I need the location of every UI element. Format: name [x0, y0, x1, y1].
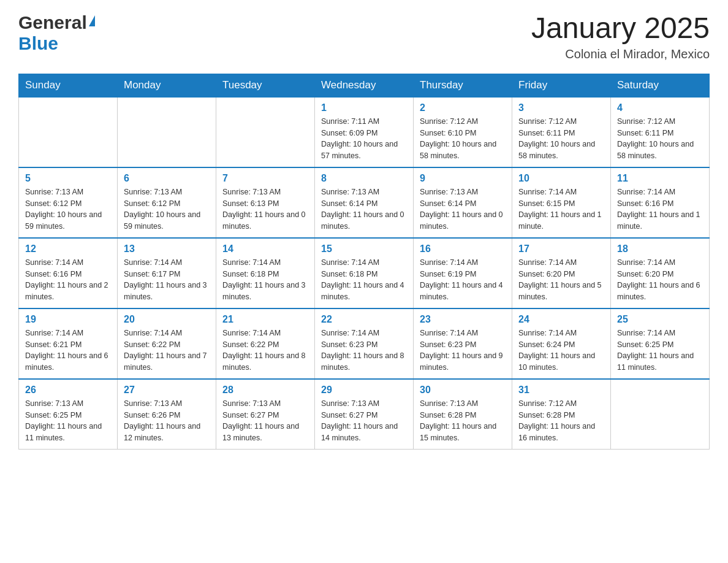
day-info: Sunrise: 7:14 AM Sunset: 6:18 PM Dayligh… [321, 257, 407, 303]
day-info: Sunrise: 7:14 AM Sunset: 6:20 PM Dayligh… [518, 257, 604, 303]
day-info: Sunrise: 7:14 AM Sunset: 6:17 PM Dayligh… [124, 257, 210, 303]
calendar-cell: 13Sunrise: 7:14 AM Sunset: 6:17 PM Dayli… [118, 238, 216, 308]
day-info: Sunrise: 7:14 AM Sunset: 6:22 PM Dayligh… [222, 327, 308, 373]
day-info: Sunrise: 7:14 AM Sunset: 6:20 PM Dayligh… [617, 257, 703, 303]
calendar-cell: 24Sunrise: 7:14 AM Sunset: 6:24 PM Dayli… [512, 308, 611, 379]
calendar-header-thursday: Thursday [414, 74, 512, 97]
calendar-cell: 2Sunrise: 7:12 AM Sunset: 6:10 PM Daylig… [414, 97, 512, 167]
day-number: 12 [25, 243, 111, 255]
calendar-cell: 31Sunrise: 7:12 AM Sunset: 6:28 PM Dayli… [512, 379, 611, 450]
day-number: 24 [518, 314, 604, 325]
calendar-cell: 12Sunrise: 7:14 AM Sunset: 6:16 PM Dayli… [19, 238, 118, 308]
calendar-cell: 7Sunrise: 7:13 AM Sunset: 6:13 PM Daylig… [216, 167, 315, 238]
day-info: Sunrise: 7:13 AM Sunset: 6:12 PM Dayligh… [124, 186, 210, 232]
calendar-cell: 23Sunrise: 7:14 AM Sunset: 6:23 PM Dayli… [414, 308, 512, 379]
calendar-cell: 11Sunrise: 7:14 AM Sunset: 6:16 PM Dayli… [611, 167, 710, 238]
day-number: 23 [420, 314, 506, 325]
day-number: 18 [617, 243, 703, 255]
calendar-cell: 9Sunrise: 7:13 AM Sunset: 6:14 PM Daylig… [414, 167, 512, 238]
logo: General Blue [18, 12, 95, 54]
day-number: 20 [124, 314, 210, 325]
calendar-header-monday: Monday [118, 74, 216, 97]
day-info: Sunrise: 7:11 AM Sunset: 6:09 PM Dayligh… [321, 116, 407, 162]
day-number: 13 [124, 243, 210, 255]
day-number: 5 [25, 173, 111, 184]
day-number: 28 [222, 385, 308, 396]
day-info: Sunrise: 7:14 AM Sunset: 6:21 PM Dayligh… [25, 327, 111, 373]
day-info: Sunrise: 7:12 AM Sunset: 6:10 PM Dayligh… [420, 116, 506, 162]
day-number: 27 [124, 385, 210, 396]
day-info: Sunrise: 7:13 AM Sunset: 6:26 PM Dayligh… [124, 398, 210, 444]
day-number: 3 [518, 102, 604, 113]
day-info: Sunrise: 7:12 AM Sunset: 6:28 PM Dayligh… [518, 398, 604, 444]
week-row-2: 5Sunrise: 7:13 AM Sunset: 6:12 PM Daylig… [19, 167, 710, 238]
calendar-cell: 20Sunrise: 7:14 AM Sunset: 6:22 PM Dayli… [118, 308, 216, 379]
calendar-cell: 22Sunrise: 7:14 AM Sunset: 6:23 PM Dayli… [315, 308, 414, 379]
day-info: Sunrise: 7:13 AM Sunset: 6:25 PM Dayligh… [25, 398, 111, 444]
day-number: 11 [617, 173, 703, 184]
calendar-header-row: SundayMondayTuesdayWednesdayThursdayFrid… [19, 74, 710, 97]
calendar-cell: 5Sunrise: 7:13 AM Sunset: 6:12 PM Daylig… [19, 167, 118, 238]
day-info: Sunrise: 7:13 AM Sunset: 6:14 PM Dayligh… [420, 186, 506, 232]
calendar-cell [118, 97, 216, 167]
day-number: 22 [321, 314, 407, 325]
calendar-cell: 14Sunrise: 7:14 AM Sunset: 6:18 PM Dayli… [216, 238, 315, 308]
day-info: Sunrise: 7:14 AM Sunset: 6:16 PM Dayligh… [25, 257, 111, 303]
day-number: 29 [321, 385, 407, 396]
logo-general-text: General [18, 12, 87, 33]
calendar-cell: 16Sunrise: 7:14 AM Sunset: 6:19 PM Dayli… [414, 238, 512, 308]
calendar-header-sunday: Sunday [19, 74, 118, 97]
day-info: Sunrise: 7:14 AM Sunset: 6:22 PM Dayligh… [124, 327, 210, 373]
day-number: 1 [321, 102, 407, 113]
day-number: 8 [321, 173, 407, 184]
day-info: Sunrise: 7:14 AM Sunset: 6:16 PM Dayligh… [617, 186, 703, 232]
day-info: Sunrise: 7:14 AM Sunset: 6:15 PM Dayligh… [518, 186, 604, 232]
day-info: Sunrise: 7:13 AM Sunset: 6:13 PM Dayligh… [222, 186, 308, 232]
calendar-cell: 17Sunrise: 7:14 AM Sunset: 6:20 PM Dayli… [512, 238, 611, 308]
day-number: 4 [617, 102, 703, 113]
day-info: Sunrise: 7:14 AM Sunset: 6:23 PM Dayligh… [420, 327, 506, 373]
calendar-header-wednesday: Wednesday [315, 74, 414, 97]
day-info: Sunrise: 7:14 AM Sunset: 6:24 PM Dayligh… [518, 327, 604, 373]
day-number: 25 [617, 314, 703, 325]
calendar-header-saturday: Saturday [611, 74, 710, 97]
day-info: Sunrise: 7:12 AM Sunset: 6:11 PM Dayligh… [518, 116, 604, 162]
day-number: 21 [222, 314, 308, 325]
calendar-cell: 10Sunrise: 7:14 AM Sunset: 6:15 PM Dayli… [512, 167, 611, 238]
month-title: January 2025 [531, 12, 710, 45]
day-number: 16 [420, 243, 506, 255]
calendar-cell [19, 97, 118, 167]
day-number: 14 [222, 243, 308, 255]
week-row-4: 19Sunrise: 7:14 AM Sunset: 6:21 PM Dayli… [19, 308, 710, 379]
day-number: 2 [420, 102, 506, 113]
day-number: 30 [420, 385, 506, 396]
page-header: General Blue January 2025 Colonia el Mir… [18, 12, 710, 61]
day-info: Sunrise: 7:14 AM Sunset: 6:25 PM Dayligh… [617, 327, 703, 373]
calendar-cell: 29Sunrise: 7:13 AM Sunset: 6:27 PM Dayli… [315, 379, 414, 450]
calendar-cell: 30Sunrise: 7:13 AM Sunset: 6:28 PM Dayli… [414, 379, 512, 450]
day-info: Sunrise: 7:14 AM Sunset: 6:18 PM Dayligh… [222, 257, 308, 303]
day-info: Sunrise: 7:13 AM Sunset: 6:12 PM Dayligh… [25, 186, 111, 232]
day-info: Sunrise: 7:13 AM Sunset: 6:27 PM Dayligh… [222, 398, 308, 444]
day-info: Sunrise: 7:13 AM Sunset: 6:14 PM Dayligh… [321, 186, 407, 232]
week-row-3: 12Sunrise: 7:14 AM Sunset: 6:16 PM Dayli… [19, 238, 710, 308]
day-number: 26 [25, 385, 111, 396]
day-number: 31 [518, 385, 604, 396]
day-number: 10 [518, 173, 604, 184]
calendar-cell: 19Sunrise: 7:14 AM Sunset: 6:21 PM Dayli… [19, 308, 118, 379]
calendar-cell: 18Sunrise: 7:14 AM Sunset: 6:20 PM Dayli… [611, 238, 710, 308]
calendar-cell [216, 97, 315, 167]
calendar-cell: 27Sunrise: 7:13 AM Sunset: 6:26 PM Dayli… [118, 379, 216, 450]
day-info: Sunrise: 7:13 AM Sunset: 6:27 PM Dayligh… [321, 398, 407, 444]
day-info: Sunrise: 7:14 AM Sunset: 6:19 PM Dayligh… [420, 257, 506, 303]
calendar-cell [611, 379, 710, 450]
calendar-cell: 25Sunrise: 7:14 AM Sunset: 6:25 PM Dayli… [611, 308, 710, 379]
day-number: 7 [222, 173, 308, 184]
calendar-table: SundayMondayTuesdayWednesdayThursdayFrid… [18, 74, 710, 450]
day-number: 9 [420, 173, 506, 184]
logo-blue-text: Blue [18, 33, 58, 53]
calendar-cell: 1Sunrise: 7:11 AM Sunset: 6:09 PM Daylig… [315, 97, 414, 167]
day-number: 19 [25, 314, 111, 325]
week-row-1: 1Sunrise: 7:11 AM Sunset: 6:09 PM Daylig… [19, 97, 710, 167]
title-section: January 2025 Colonia el Mirador, Mexico [531, 12, 710, 61]
